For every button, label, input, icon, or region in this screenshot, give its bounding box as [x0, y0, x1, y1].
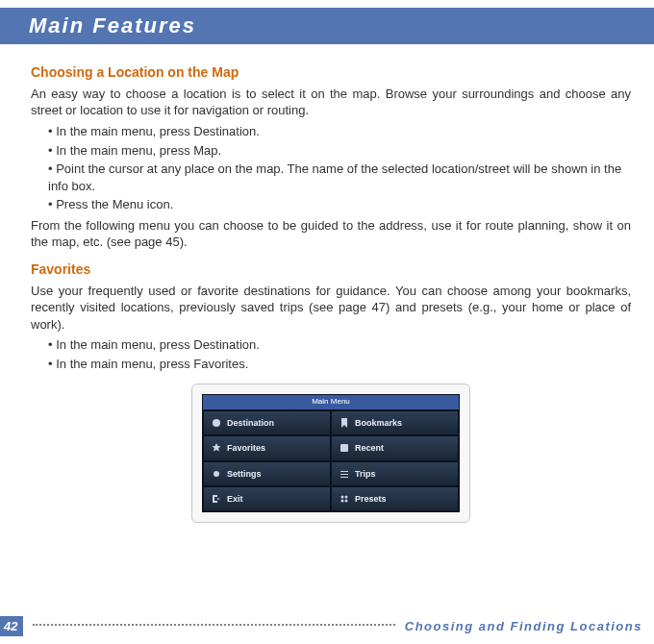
- bullet-item: In the main menu, press Map.: [48, 142, 631, 160]
- menu-item-label: Presets: [355, 493, 387, 505]
- settings-icon: [212, 469, 221, 479]
- menu-item-label: Settings: [227, 468, 262, 480]
- section-heading-favorites: Favorites: [31, 260, 631, 279]
- menu-item-label: Destination: [227, 417, 274, 429]
- menu-item-label: Trips: [355, 468, 376, 480]
- page-header: Main Features: [0, 8, 654, 44]
- menu-item-label: Favorites: [227, 442, 265, 454]
- svg-point-2: [214, 471, 219, 477]
- destination-icon: [212, 418, 221, 428]
- menu-item-label: Bookmarks: [355, 417, 402, 429]
- page-header-title: Main Features: [29, 13, 196, 37]
- menu-item-recent: Recent: [331, 435, 459, 460]
- bullet-item: In the main menu, press Destination.: [48, 123, 631, 140]
- section1-intro: An easy way to choose a location is to s…: [31, 86, 631, 119]
- svg-rect-1: [340, 444, 348, 452]
- menu-item-favorites: Favorites: [203, 435, 331, 460]
- section1-outro: From the following menu you can choose t…: [31, 217, 631, 251]
- bullet-item: Point the cursor at any place on the map…: [48, 161, 631, 194]
- menu-grid: Destination Bookmarks Favorites Recent S…: [203, 410, 459, 511]
- section-heading-choosing-location: Choosing a Location on the Map: [31, 63, 631, 82]
- svg-point-5: [341, 499, 344, 502]
- menu-item-bookmarks: Bookmarks: [331, 410, 459, 435]
- page-number: 42: [0, 616, 23, 636]
- page-content: Choosing a Location on the Map An easy w…: [0, 48, 654, 614]
- exit-icon: [212, 494, 221, 504]
- favorites-icon: [212, 443, 221, 453]
- recent-icon: [340, 443, 349, 453]
- presets-icon: [340, 494, 349, 504]
- menu-item-destination: Destination: [203, 410, 331, 435]
- menu-item-trips: Trips: [331, 461, 459, 486]
- menu-screenshot-title: Main Menu: [203, 395, 459, 410]
- svg-point-6: [345, 499, 348, 502]
- menu-screenshot: Main Menu Destination Bookmarks Favorite…: [202, 394, 460, 511]
- section2-bullets: In the main menu, press Destination. In …: [48, 336, 631, 372]
- footer-section-label: Choosing and Finding Locations: [405, 619, 642, 633]
- menu-item-label: Exit: [227, 493, 243, 505]
- menu-item-exit: Exit: [203, 486, 331, 511]
- bookmarks-icon: [340, 418, 349, 428]
- menu-item-settings: Settings: [203, 461, 331, 486]
- svg-point-3: [341, 495, 344, 498]
- footer-divider: [33, 624, 394, 626]
- menu-item-label: Recent: [355, 442, 384, 454]
- page-footer: 42 Choosing and Finding Locations: [0, 614, 654, 644]
- section1-bullets: In the main menu, press Destination. In …: [48, 123, 631, 213]
- svg-point-4: [345, 495, 348, 498]
- menu-item-presets: Presets: [331, 486, 459, 511]
- trips-icon: [340, 469, 349, 479]
- menu-screenshot-frame: Main Menu Destination Bookmarks Favorite…: [191, 384, 470, 522]
- section2-intro: Use your frequently used or favorite des…: [31, 283, 631, 334]
- bullet-item: Press the Menu icon.: [48, 196, 631, 213]
- bullet-item: In the main menu, press Destination.: [48, 336, 631, 354]
- bullet-item: In the main menu, press Favorites.: [48, 356, 631, 373]
- svg-point-0: [213, 419, 220, 427]
